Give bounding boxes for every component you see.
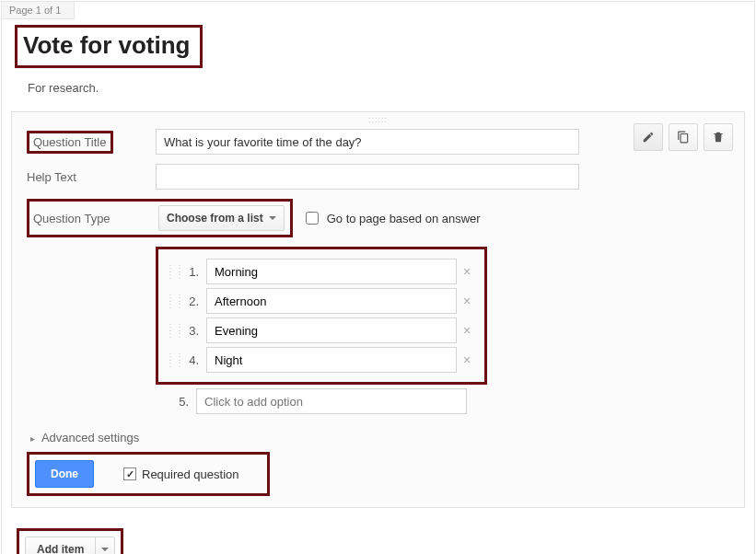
copy-icon [677, 131, 690, 144]
row-question-title: Question Title [27, 129, 729, 155]
label-help-text: Help Text [27, 170, 156, 184]
edit-button[interactable] [634, 123, 663, 151]
page-indicator-text: Page 1 of 1 [9, 5, 61, 16]
option-input[interactable] [206, 288, 457, 314]
card-toolbar [634, 123, 733, 151]
form-header: Vote for voting For research. [2, 19, 754, 111]
pencil-icon [642, 131, 655, 144]
add-item-dropdown[interactable] [96, 537, 114, 554]
option-number: 3. [182, 324, 199, 338]
option-row: ⋮⋮⋮⋮3.× [166, 317, 477, 343]
required-label: Required question [142, 467, 239, 481]
option-row: ⋮⋮⋮⋮1.× [166, 259, 477, 284]
form-description[interactable]: For research. [28, 81, 741, 95]
advanced-settings-toggle[interactable]: ▸ Advanced settings [30, 431, 729, 444]
footer-highlight: Done Required question [27, 452, 270, 496]
option-number: 2. [182, 294, 199, 308]
option-row: ⋮⋮⋮⋮4.× [166, 347, 477, 373]
question-type-highlight: Question Type Choose from a list [27, 199, 293, 237]
drag-handle-icon[interactable]: ⋮⋮⋮⋮ [166, 353, 177, 366]
delete-button[interactable] [704, 123, 733, 151]
caret-down-icon [101, 548, 109, 551]
options-area: ⋮⋮⋮⋮1.×⋮⋮⋮⋮2.×⋮⋮⋮⋮3.×⋮⋮⋮⋮4.× ⋮⋮ 5. × [156, 247, 487, 414]
option-remove-button[interactable]: × [457, 294, 477, 308]
form-title[interactable]: Vote for voting [23, 31, 191, 59]
caret-down-icon [269, 216, 276, 220]
add-option-input[interactable] [196, 388, 467, 414]
add-item-button[interactable]: Add item [26, 537, 96, 554]
option-row: ⋮⋮⋮⋮2.× [166, 288, 477, 314]
drag-handle-icon[interactable]: ⋮⋮⋮⋮ [166, 265, 177, 278]
add-option-number: 5. [172, 395, 189, 409]
row-question-type: Question Type Choose from a list Go to p… [27, 199, 729, 237]
goto-page-label: Go to page based on answer [327, 212, 481, 225]
goto-page-checkbox[interactable] [306, 212, 319, 225]
question-type-dropdown[interactable]: Choose from a list [158, 205, 285, 231]
label-question-type: Question Type [33, 212, 149, 225]
option-number: 1. [182, 265, 199, 279]
card-drag-handle-icon[interactable]: :::::: [368, 115, 388, 124]
question-card: :::::: Question Title Help Tex [11, 111, 745, 508]
required-control[interactable]: Required question [123, 467, 239, 481]
add-option-row[interactable]: ⋮⋮ 5. × [156, 388, 487, 414]
drag-handle-icon[interactable]: ⋮⋮⋮⋮ [166, 324, 177, 337]
drag-handle-icon[interactable]: ⋮⋮⋮⋮ [166, 294, 177, 307]
required-checkbox[interactable] [123, 467, 136, 480]
question-type-value: Choose from a list [167, 212, 263, 225]
goto-page-control[interactable]: Go to page based on answer [302, 209, 481, 227]
option-remove-button[interactable]: × [457, 352, 477, 367]
add-item-splitbutton: Add item [25, 537, 115, 554]
label-question-title: Question Title [27, 131, 113, 154]
add-item-area: Add item [2, 517, 754, 554]
triangle-right-icon: ▸ [30, 433, 35, 444]
row-help-text: Help Text [27, 164, 729, 190]
option-remove-button[interactable]: × [457, 264, 477, 279]
add-item-highlight: Add item [17, 528, 123, 554]
trash-icon [712, 131, 725, 144]
help-text-input[interactable] [156, 164, 579, 190]
option-input[interactable] [206, 317, 457, 343]
advanced-settings-label: Advanced settings [41, 431, 139, 444]
option-input[interactable] [206, 347, 457, 373]
page-indicator-tab: Page 1 of 1 [2, 2, 75, 19]
done-button[interactable]: Done [35, 460, 94, 488]
form-title-highlight: Vote for voting [15, 25, 203, 68]
question-title-input[interactable] [156, 129, 579, 155]
duplicate-button[interactable] [669, 123, 698, 151]
option-number: 4. [182, 353, 199, 367]
page-frame: Page 1 of 1 Vote for voting For research… [1, 1, 755, 554]
options-highlight: ⋮⋮⋮⋮1.×⋮⋮⋮⋮2.×⋮⋮⋮⋮3.×⋮⋮⋮⋮4.× [156, 247, 487, 385]
option-input[interactable] [206, 259, 457, 284]
option-remove-button[interactable]: × [457, 323, 477, 338]
